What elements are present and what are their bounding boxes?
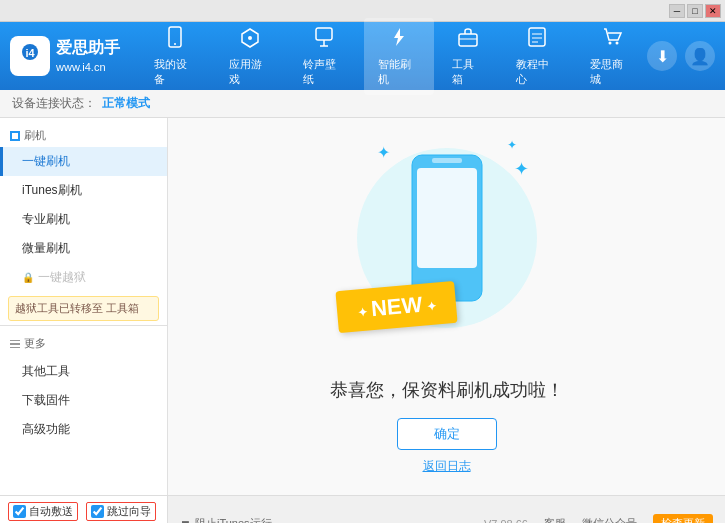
logo-main: 爱思助手 bbox=[56, 37, 120, 59]
apps-icon bbox=[239, 26, 261, 53]
sidebar-item-advanced[interactable]: 高级功能 bbox=[0, 415, 167, 444]
nav-my-device-label: 我的设备 bbox=[154, 57, 197, 87]
nav-tutorials-label: 教程中心 bbox=[516, 57, 559, 87]
sidebar-section-more: 更多 bbox=[0, 330, 167, 357]
checkbox-skip-wizard-input[interactable] bbox=[91, 505, 104, 518]
logo-area: i4 爱思助手 www.i4.cn bbox=[10, 36, 120, 76]
sidebar-top: 刷机 一键刷机 iTunes刷机 专业刷机 微量刷机 🔒 一键越狱 bbox=[0, 118, 167, 495]
svg-text:i4: i4 bbox=[25, 47, 35, 59]
bottom-left: 自动敷送 跳过向导 📱 iPhone 12 mini 64GB Down-12m… bbox=[0, 495, 168, 523]
ringtones-icon bbox=[313, 26, 335, 53]
nav-my-device[interactable]: 我的设备 bbox=[140, 18, 211, 95]
sidebar-divider bbox=[0, 325, 167, 326]
sidebar-item-pro[interactable]: 专业刷机 bbox=[0, 205, 167, 234]
sidebar-item-jailbreak: 🔒 一键越狱 bbox=[0, 263, 167, 292]
phone-illustration: ✦ ✦ ✦ NEW bbox=[347, 138, 547, 358]
close-button[interactable]: ✕ bbox=[705, 4, 721, 18]
app-container: ─ □ ✕ i4 爱思助手 www.i4.cn bbox=[0, 0, 725, 523]
check-update-button[interactable]: 检查更新 bbox=[653, 514, 713, 523]
svg-point-4 bbox=[174, 43, 176, 45]
lock-icon: 🔒 bbox=[22, 272, 34, 283]
section-icon bbox=[10, 131, 20, 141]
content-area: ✦ ✦ ✦ NEW 恭喜您，保资料刷机成功啦！ 确定 bbox=[168, 118, 725, 495]
status-label: 设备连接状态： bbox=[12, 95, 96, 112]
sidebar-item-itunes[interactable]: iTunes刷机 bbox=[0, 176, 167, 205]
sidebar: 刷机 一键刷机 iTunes刷机 专业刷机 微量刷机 🔒 一键越狱 bbox=[0, 118, 168, 495]
sidebar-section-flash: 刷机 bbox=[0, 122, 167, 147]
user-button[interactable]: 👤 bbox=[685, 41, 715, 71]
nav-ringtones-label: 铃声壁纸 bbox=[303, 57, 346, 87]
tutorials-icon bbox=[526, 26, 548, 53]
svg-point-16 bbox=[615, 41, 618, 44]
nav-shop-label: 爱思商城 bbox=[590, 57, 633, 87]
nav-toolbox-label: 工具箱 bbox=[452, 57, 484, 87]
return-link[interactable]: 返回日志 bbox=[423, 458, 471, 475]
checkbox-auto-push-input[interactable] bbox=[13, 505, 26, 518]
bottom-area: 自动敷送 跳过向导 📱 iPhone 12 mini 64GB Down-12m… bbox=[0, 495, 725, 523]
version-text: V7.98.66 bbox=[484, 518, 528, 524]
my-device-icon bbox=[164, 26, 186, 53]
logo-icon: i4 bbox=[10, 36, 50, 76]
svg-point-15 bbox=[608, 41, 611, 44]
title-bar-buttons: ─ □ ✕ bbox=[669, 4, 721, 18]
logo-text: 爱思助手 www.i4.cn bbox=[56, 37, 120, 75]
checkbox-auto-push[interactable]: 自动敷送 bbox=[8, 502, 78, 521]
nav-tutorials[interactable]: 教程中心 bbox=[502, 18, 573, 95]
download-button[interactable]: ⬇ bbox=[647, 41, 677, 71]
status-value: 正常模式 bbox=[102, 95, 150, 112]
checkbox-skip-wizard[interactable]: 跳过向导 bbox=[86, 502, 156, 521]
nav-smart-flash[interactable]: 智能刷机 bbox=[364, 18, 435, 95]
stop-itunes-button[interactable]: ⏹ 阻止iTunes运行 bbox=[180, 516, 272, 523]
stop-itunes-icon: ⏹ bbox=[180, 518, 191, 524]
nav-shop[interactable]: 爱思商城 bbox=[576, 18, 647, 95]
maximize-button[interactable]: □ bbox=[687, 4, 703, 18]
sidebar-item-other-tools[interactable]: 其他工具 bbox=[0, 357, 167, 386]
nav-apps-label: 应用游戏 bbox=[229, 57, 272, 87]
svg-point-5 bbox=[248, 36, 252, 40]
bottom-right-links: V7.98.66 客服 微信公众号 检查更新 bbox=[484, 514, 713, 523]
section-flash-label: 刷机 bbox=[24, 128, 46, 143]
nav-items: 我的设备 应用游戏 铃 bbox=[140, 18, 647, 95]
nav-ringtones[interactable]: 铃声壁纸 bbox=[289, 18, 360, 95]
svg-rect-18 bbox=[417, 168, 477, 268]
sidebar-item-onekey[interactable]: 一键刷机 bbox=[0, 147, 167, 176]
nav-toolbox[interactable]: 工具箱 bbox=[438, 18, 498, 95]
svg-rect-19 bbox=[432, 158, 462, 163]
logo-sub: www.i4.cn bbox=[56, 60, 120, 75]
svg-rect-11 bbox=[529, 28, 545, 46]
nav-smart-flash-label: 智能刷机 bbox=[378, 57, 421, 87]
bottom-right: ⏹ 阻止iTunes运行 V7.98.66 客服 微信公众号 检查更新 bbox=[168, 495, 725, 523]
svg-rect-9 bbox=[459, 34, 477, 46]
smart-flash-icon bbox=[388, 26, 410, 53]
toolbox-icon bbox=[457, 26, 479, 53]
nav-apps[interactable]: 应用游戏 bbox=[215, 18, 286, 95]
confirm-button[interactable]: 确定 bbox=[397, 418, 497, 450]
sparkle1: ✦ bbox=[377, 143, 390, 162]
svg-rect-6 bbox=[316, 28, 332, 40]
sidebar-notice: 越狱工具已转移至 工具箱 bbox=[8, 296, 159, 321]
checkboxes-row: 自动敷送 跳过向导 bbox=[8, 502, 159, 521]
support-link-wechat[interactable]: 微信公众号 bbox=[582, 516, 637, 523]
sparkle3: ✦ bbox=[514, 158, 529, 180]
shop-icon bbox=[601, 26, 623, 53]
header-right: ⬇ 👤 bbox=[647, 41, 715, 71]
minimize-button[interactable]: ─ bbox=[669, 4, 685, 18]
more-label: 更多 bbox=[24, 336, 46, 351]
success-text: 恭喜您，保资料刷机成功啦！ bbox=[330, 378, 564, 402]
more-icon bbox=[10, 340, 20, 349]
header: i4 爱思助手 www.i4.cn 我的设备 bbox=[0, 22, 725, 90]
sidebar-item-download-fw[interactable]: 下载固件 bbox=[0, 386, 167, 415]
support-link-service[interactable]: 客服 bbox=[544, 516, 566, 523]
sidebar-item-micro[interactable]: 微量刷机 bbox=[0, 234, 167, 263]
sparkle2: ✦ bbox=[507, 138, 517, 152]
main-section: 刷机 一键刷机 iTunes刷机 专业刷机 微量刷机 🔒 一键越狱 bbox=[0, 118, 725, 495]
